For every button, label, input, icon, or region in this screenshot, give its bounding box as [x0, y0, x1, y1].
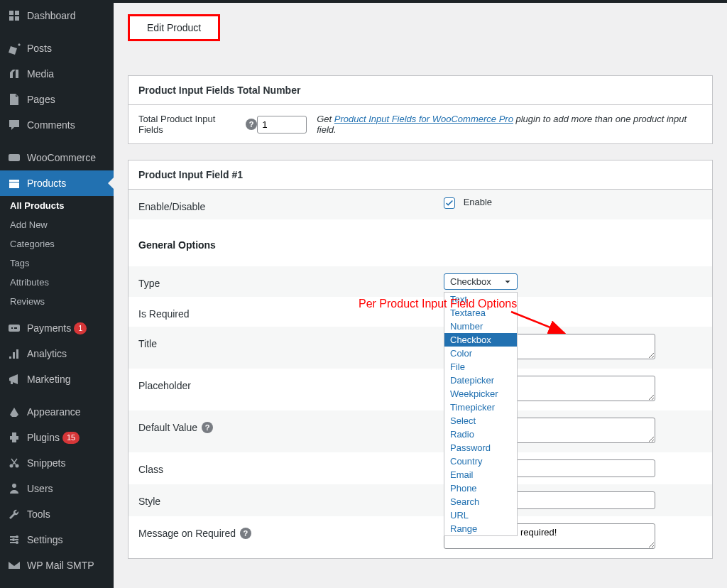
sidebar-label: Marketing	[27, 374, 70, 385]
style-label: Style	[138, 491, 444, 507]
sidebar-sub-attributes[interactable]: Attributes	[0, 273, 114, 292]
pages-icon	[7, 92, 21, 107]
dropdown-option[interactable]: Weekpicker	[444, 387, 517, 401]
mail-icon	[7, 558, 21, 572]
dropdown-option[interactable]: Select	[444, 414, 517, 428]
analytics-icon	[7, 347, 21, 361]
sidebar-item-users[interactable]: Users	[0, 476, 114, 501]
svg-point-2	[10, 464, 13, 468]
main-content: Edit Product Product Input Fields Total …	[114, 3, 727, 588]
svg-point-4	[12, 484, 16, 488]
sidebar-label: Payments	[27, 322, 71, 334]
sidebar-label: Plugins	[27, 432, 60, 443]
upsell-link[interactable]: Product Input Fields for WooCommerce Pro	[334, 114, 513, 124]
sidebar-label: Appearance	[27, 406, 81, 418]
sidebar-sub-all-products[interactable]: All Products	[0, 196, 114, 215]
sidebar-sub-reviews[interactable]: Reviews	[0, 292, 114, 311]
settings-icon	[7, 533, 21, 547]
panel-total-fields: Product Input Fields Total Number Total …	[128, 75, 713, 144]
woocommerce-icon	[7, 151, 21, 165]
panel-heading: Product Input Fields Total Number	[129, 76, 712, 105]
dropdown-option[interactable]: Radio	[444, 428, 517, 441]
dropdown-option[interactable]: Search	[444, 495, 517, 508]
sidebar-sub-add-new[interactable]: Add New	[0, 215, 114, 234]
total-fields-input[interactable]	[257, 116, 307, 134]
placeholder-label: Placeholder	[138, 376, 444, 391]
dropdown-option[interactable]: Password	[444, 441, 517, 454]
media-icon	[7, 67, 21, 81]
sidebar-item-wpmailsmtp[interactable]: WP Mail SMTP	[0, 552, 114, 578]
help-icon[interactable]: ?	[202, 422, 213, 433]
total-fields-label: Total Product Input Fields ?	[138, 114, 257, 135]
svg-point-5	[16, 535, 18, 538]
plugins-badge: 15	[62, 432, 80, 444]
dropdown-option[interactable]: Range	[444, 522, 517, 535]
is-required-label: Is Required	[138, 304, 444, 320]
dropdown-option[interactable]: Checkbox	[444, 333, 517, 347]
default-value-label: Default Value ?	[138, 418, 444, 433]
sidebar-label: Settings	[27, 534, 63, 545]
dropdown-option[interactable]: File	[444, 360, 517, 374]
msg-required-label: Message on Required ?	[138, 523, 444, 539]
comments-icon	[7, 118, 21, 132]
page-title-highlight: Edit Product	[128, 14, 220, 41]
panel-heading: Product Input Field #1	[129, 160, 712, 190]
enable-checkbox[interactable]	[444, 197, 455, 209]
dropdown-option[interactable]: Textarea	[444, 306, 517, 320]
plugins-icon	[7, 430, 21, 445]
sidebar-item-products[interactable]: Products	[0, 170, 114, 196]
sidebar-item-marketing[interactable]: Marketing	[0, 366, 114, 392]
type-dropdown[interactable]: TextTextareaNumberCheckboxColorFileDatep…	[444, 292, 518, 536]
sidebar-item-tools[interactable]: Tools	[0, 501, 114, 527]
sidebar-item-pages[interactable]: Pages	[0, 87, 114, 112]
type-label: Type	[138, 273, 444, 289]
sidebar-label: Posts	[27, 43, 52, 54]
dropdown-option[interactable]: Country	[444, 454, 517, 468]
sidebar-item-woocommerce[interactable]: WooCommerce	[0, 145, 114, 170]
type-select[interactable]: Checkbox	[444, 273, 518, 290]
sidebar-item-payments[interactable]: Payments 1	[0, 315, 114, 341]
sidebar-item-comments[interactable]: Comments	[0, 112, 114, 138]
upsell-text: Get Product Input Fields for WooCommerce…	[317, 114, 702, 135]
svg-point-7	[16, 541, 18, 544]
class-label: Class	[138, 459, 444, 475]
dropdown-option[interactable]: Email	[444, 468, 517, 481]
sidebar-item-media[interactable]: Media	[0, 61, 114, 87]
general-options-heading: General Options	[138, 235, 444, 251]
admin-sidebar: Dashboard Posts Media Pages Comments Woo…	[0, 3, 114, 588]
dropdown-option[interactable]: Number	[444, 320, 517, 333]
sidebar-sub-tags[interactable]: Tags	[0, 254, 114, 273]
appearance-icon	[7, 405, 21, 419]
posts-icon	[7, 41, 21, 55]
dropdown-option[interactable]: URL	[444, 508, 517, 522]
sidebar-label: Users	[27, 483, 53, 494]
dropdown-option[interactable]: Datepicker	[444, 374, 517, 387]
products-icon	[7, 176, 21, 190]
payments-badge: 1	[74, 322, 87, 334]
payments-icon	[7, 321, 21, 335]
sidebar-item-plugins[interactable]: Plugins 15	[0, 425, 114, 450]
sidebar-item-settings[interactable]: Settings	[0, 527, 114, 552]
svg-point-6	[12, 538, 15, 541]
sidebar-item-snippets[interactable]: Snippets	[0, 450, 114, 476]
help-icon[interactable]: ?	[240, 528, 251, 539]
help-icon[interactable]: ?	[246, 119, 257, 130]
dropdown-option[interactable]: Color	[444, 347, 517, 360]
dropdown-option[interactable]: Text	[444, 293, 517, 306]
sidebar-label: Pages	[27, 94, 55, 105]
sidebar-item-appearance[interactable]: Appearance	[0, 399, 114, 425]
sidebar-label: Tools	[27, 508, 50, 520]
sidebar-sub-categories[interactable]: Categories	[0, 234, 114, 254]
dropdown-option[interactable]: Timepicker	[444, 401, 517, 414]
sidebar-item-analytics[interactable]: Analytics	[0, 341, 114, 366]
sidebar-label: WP Mail SMTP	[27, 560, 94, 571]
sidebar-item-dashboard[interactable]: Dashboard	[0, 3, 114, 28]
sidebar-label: Snippets	[27, 457, 65, 469]
enable-text: Enable	[464, 197, 492, 207]
dropdown-option[interactable]: Phone	[444, 481, 517, 495]
sidebar-label: Analytics	[27, 348, 67, 359]
sidebar-item-posts[interactable]: Posts	[0, 36, 114, 61]
snippets-icon	[7, 456, 21, 470]
page-title: Edit Product	[147, 22, 201, 33]
sidebar-label: Comments	[27, 119, 75, 131]
